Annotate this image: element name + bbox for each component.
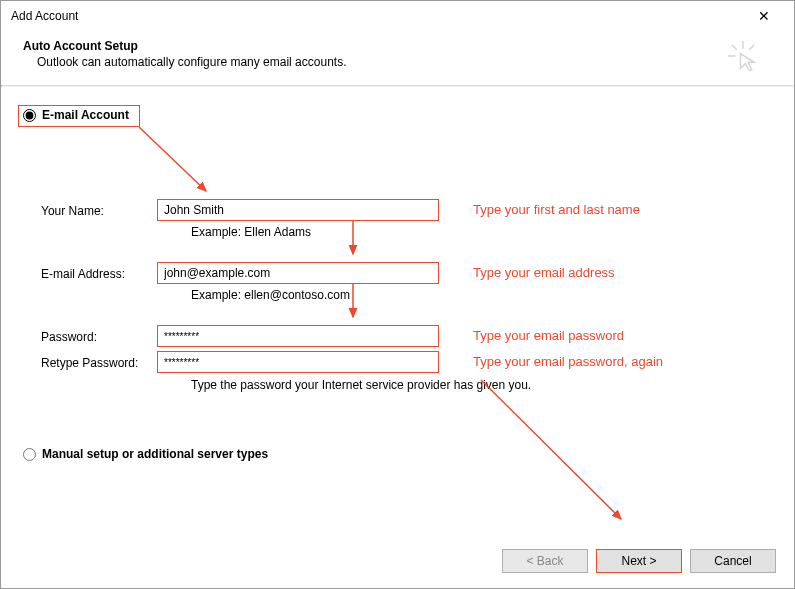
email-annotation: Type your email address [473,265,615,280]
header-title: Auto Account Setup [23,39,728,53]
radio-manual-label: Manual setup or additional server types [42,447,268,461]
email-label: E-mail Address: [41,267,125,281]
radio-email-label: E-mail Account [42,108,129,122]
svg-line-2 [732,45,737,50]
email-example: Example: ellen@contoso.com [191,288,350,302]
titlebar: Add Account ✕ [1,1,794,31]
svg-line-4 [139,127,206,191]
next-button[interactable]: Next > [596,549,682,573]
retype-input[interactable] [157,351,439,373]
password-hint: Type the password your Internet service … [191,378,531,392]
name-input[interactable] [157,199,439,221]
cancel-button[interactable]: Cancel [690,549,776,573]
window-title: Add Account [11,9,744,23]
cursor-icon [728,41,758,71]
retype-annotation: Type your email password, again [473,354,663,369]
radio-email-input[interactable] [23,109,36,122]
name-label: Your Name: [41,204,104,218]
close-icon[interactable]: ✕ [744,1,784,31]
svg-line-7 [481,380,621,519]
email-input[interactable] [157,262,439,284]
wizard-header: Auto Account Setup Outlook can automatic… [1,31,794,85]
wizard-body: E-mail Account Your Name: Example: Ellen… [1,87,794,517]
name-example: Example: Ellen Adams [191,225,311,239]
wizard-footer: < Back Next > Cancel [1,534,794,588]
retype-label: Retype Password: [41,356,138,370]
name-annotation: Type your first and last name [473,202,640,217]
radio-email-account[interactable]: E-mail Account [23,108,129,122]
password-input[interactable] [157,325,439,347]
radio-manual-setup[interactable]: Manual setup or additional server types [23,447,268,461]
header-subtitle: Outlook can automatically configure many… [37,55,728,69]
back-button: < Back [502,549,588,573]
password-annotation: Type your email password [473,328,624,343]
radio-manual-input[interactable] [23,448,36,461]
svg-line-3 [749,45,754,50]
password-label: Password: [41,330,97,344]
